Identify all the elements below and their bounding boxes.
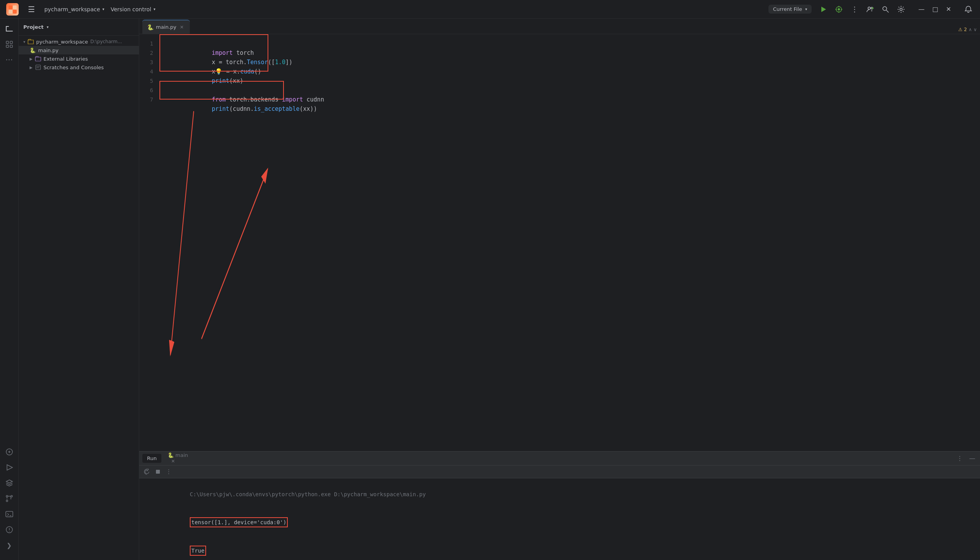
- tree-item-external-libs[interactable]: ▶ External Libraries: [19, 54, 139, 63]
- svg-rect-36: [36, 65, 40, 70]
- console-output: C:\Users\pjw\.conda\envs\pytorch\python.…: [139, 478, 980, 560]
- tree-arrow-root: ▾: [23, 40, 25, 44]
- sidebar-item-terminal[interactable]: [2, 507, 16, 521]
- svg-text:🐍: 🐍: [30, 47, 36, 53]
- more-actions-button[interactable]: ⋮: [849, 4, 860, 15]
- app-logo: [6, 3, 19, 16]
- project-panel: Project ▾ ▾ pycharm_workspace D:\pycharm…: [19, 19, 139, 560]
- svg-rect-30: [6, 511, 13, 517]
- bottom-panel-tabs: Run 🐍 main ✕ ⋮ —: [139, 452, 980, 466]
- main-menu-button[interactable]: ☰: [25, 3, 38, 16]
- titlebar: ☰ pycharm_workspace ▾ Version control ▾ …: [0, 0, 980, 19]
- tree-item-root-path: D:\pycharm...: [90, 39, 122, 44]
- project-selector[interactable]: pycharm_workspace ▾: [44, 6, 104, 12]
- scratches-icon: [35, 64, 41, 70]
- tree-item-main-py-label: main.py: [38, 47, 59, 53]
- tree-item-main-py[interactable]: 🐍 main.py: [19, 46, 139, 54]
- warning-icon: ⚠: [958, 27, 962, 32]
- code-line-5: [163, 76, 977, 86]
- svg-rect-21: [6, 41, 9, 44]
- vcs-selector[interactable]: Version control ▾: [110, 6, 156, 12]
- minimize-button[interactable]: —: [916, 5, 927, 13]
- editor-tab-main-py[interactable]: 🐍 main.py ✕: [142, 20, 190, 34]
- sidebar-item-run[interactable]: [2, 460, 16, 474]
- bottom-tab-main[interactable]: 🐍 main ✕: [163, 451, 193, 466]
- tensor-output: tensor([1.], device='cuda:0'): [190, 517, 288, 527]
- code-line-4: print(xx): [163, 67, 977, 76]
- tab-python-icon: 🐍: [147, 24, 154, 30]
- svg-rect-20: [6, 31, 13, 32]
- svg-rect-3: [13, 10, 17, 14]
- warning-nav-down[interactable]: ∨: [973, 27, 977, 32]
- svg-rect-0: [9, 5, 12, 9]
- debug-button[interactable]: [833, 4, 844, 15]
- vcs-label: Version control: [110, 6, 151, 12]
- window-controls: — □ ✕: [916, 5, 954, 13]
- svg-rect-23: [6, 45, 9, 47]
- run-toolbar: ⋮: [139, 466, 980, 478]
- sidebar-item-problems[interactable]: [2, 523, 16, 537]
- settings-button[interactable]: [896, 4, 906, 15]
- sidebar-item-structure[interactable]: [2, 37, 16, 51]
- code-line-2: x = torch.Tensor([1.0]): [163, 48, 977, 58]
- svg-rect-24: [10, 45, 12, 47]
- code-editor[interactable]: 1 2 3 4 5 6 7 import torch: [139, 34, 980, 451]
- warning-nav-up[interactable]: ∧: [968, 27, 972, 32]
- code-line-7: print(cudnn.is_acceptable(xx)): [163, 95, 977, 104]
- tab-bar-end: ⚠ 2 ∧ ∨: [958, 27, 977, 34]
- project-header[interactable]: Project ▾: [19, 19, 139, 36]
- sidebar-item-more[interactable]: ···: [2, 53, 16, 67]
- maximize-button[interactable]: □: [930, 5, 940, 13]
- project-header-dropdown-icon: ▾: [47, 25, 49, 29]
- collab-button[interactable]: [864, 4, 875, 15]
- sidebar-item-expand[interactable]: ❯: [2, 538, 16, 552]
- close-button[interactable]: ✕: [944, 5, 954, 13]
- console-line-tensor: tensor([1.], device='cuda:0'): [144, 508, 975, 536]
- folder-icon: [28, 38, 34, 45]
- panel-more-button[interactable]: ⋮: [955, 454, 964, 463]
- code-line-6: from torch.backends import cudnn: [163, 86, 977, 95]
- tree-item-scratches[interactable]: ▶ Scratches and Consoles: [19, 63, 139, 72]
- python-icon: 🐍: [168, 452, 174, 458]
- run-button[interactable]: [818, 4, 829, 15]
- run-config-selector[interactable]: Current File ▾: [768, 5, 812, 14]
- tree-item-ext-libs-label: External Libraries: [44, 56, 88, 62]
- sidebar-item-layers[interactable]: [2, 476, 16, 490]
- run-toolbar-more[interactable]: ⋮: [164, 467, 173, 476]
- tab-close-button[interactable]: ✕: [179, 24, 185, 30]
- console-line-true: True: [144, 537, 975, 560]
- sidebar-item-git[interactable]: [2, 492, 16, 506]
- code-line-1: import torch: [163, 39, 977, 48]
- svg-point-17: [900, 8, 902, 10]
- line-numbers: 1 2 3 4 5 6 7: [139, 34, 159, 451]
- code-line-3: x💡 = x.cuda(): [163, 58, 977, 67]
- python-file-icon: 🐍: [30, 47, 36, 53]
- run-tab-close[interactable]: ✕: [170, 458, 176, 464]
- rerun-button[interactable]: [142, 467, 152, 476]
- sidebar-item-project[interactable]: [2, 22, 16, 36]
- panel-close-button[interactable]: —: [968, 454, 977, 463]
- run-console: ⋮ C:\Users\pjw\.conda\envs\pytorch\pytho…: [139, 466, 980, 560]
- notification-button[interactable]: [963, 4, 974, 15]
- bottom-panel-actions: ⋮ —: [955, 454, 977, 463]
- run-config-label: Current File: [773, 6, 802, 12]
- svg-point-27: [6, 495, 8, 497]
- project-name: pycharm_workspace: [44, 6, 100, 12]
- tree-item-root[interactable]: ▾ pycharm_workspace D:\pycharm...: [19, 37, 139, 46]
- stop-button[interactable]: [153, 467, 163, 476]
- tree-item-root-label: pycharm_workspace: [36, 39, 88, 45]
- svg-point-6: [838, 8, 840, 10]
- editor-content: 1 2 3 4 5 6 7 import torch: [139, 34, 980, 451]
- tree-arrow-scratches: ▶: [30, 65, 33, 70]
- sidebar-item-python-packages[interactable]: [2, 445, 16, 459]
- bottom-tab-run[interactable]: Run: [142, 454, 161, 463]
- console-text-cmd: C:\Users\pjw\.conda\envs\pytorch\python.…: [190, 491, 426, 497]
- svg-rect-42: [156, 470, 160, 474]
- code-lines[interactable]: import torch x = torch.Tensor([1.0]) x💡 …: [159, 34, 980, 451]
- project-dropdown-icon: ▾: [102, 7, 104, 11]
- left-sidebar-icons: ··· ❯: [0, 19, 19, 560]
- left-sidebar-bottom: ❯: [2, 445, 16, 557]
- svg-rect-1: [13, 5, 17, 9]
- main-tab-label: main: [175, 452, 188, 458]
- search-button[interactable]: [880, 4, 891, 15]
